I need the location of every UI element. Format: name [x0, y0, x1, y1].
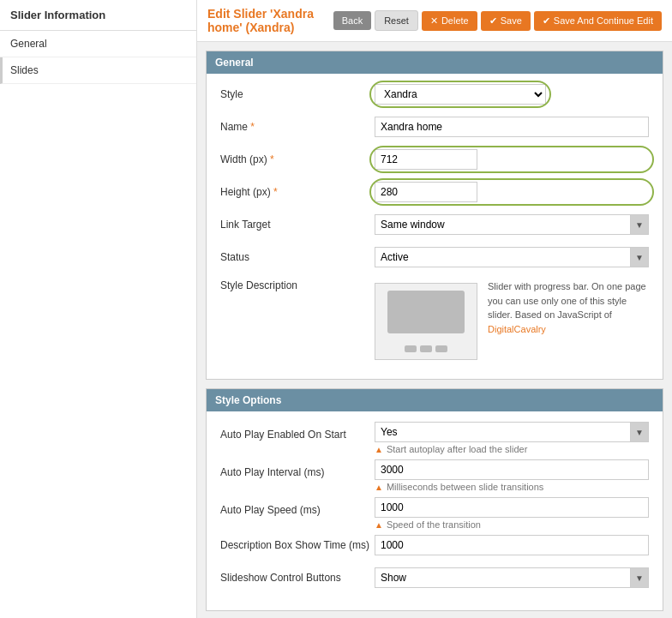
style-options-panel: Style Options Auto Play Enabled On Start… [206, 388, 663, 611]
height-circled [375, 182, 649, 202]
interval-row: Auto Play Interval (ms) ▲ Milliseconds b… [220, 459, 649, 492]
name-required: * [250, 121, 255, 133]
height-input[interactable] [375, 182, 477, 202]
interval-hint: ▲ Milliseconds between slide transitions [375, 482, 543, 492]
save-continue-button[interactable]: ✔ Save And Continue Edit [534, 11, 662, 31]
link-target-control: Same window New window ▼ [375, 214, 649, 235]
status-select[interactable]: Active Inactive [375, 247, 649, 267]
style-options-header: Style Options [207, 389, 663, 411]
save-button[interactable]: ✔ Save [481, 11, 531, 31]
desc-box-input[interactable] [375, 535, 649, 555]
slideshow-control: Show Hide ▼ [375, 567, 649, 588]
preview-dot-1 [405, 345, 417, 352]
style-desc-content: Slider with progress bar. On one page yo… [488, 279, 649, 360]
interval-label: Auto Play Interval (ms) [220, 462, 375, 478]
link-target-row: Link Target Same window New window ▼ [220, 214, 649, 238]
general-panel-header: General [207, 51, 663, 74]
delete-button[interactable]: ✕ Delete [422, 11, 477, 31]
autoplay-hint-spacer [220, 442, 375, 454]
status-row: Status Active Inactive ▼ [220, 247, 649, 271]
speed-hint-row: ▲ Speed of the transition [220, 518, 481, 530]
width-input[interactable] [375, 149, 477, 170]
style-preview [375, 283, 477, 360]
autoplay-row: Auto Play Enabled On Start Yes No ▼ [220, 422, 649, 454]
sidebar-item-slides[interactable]: Slides [0, 57, 196, 84]
sidebar-item-general[interactable]: General [0, 31, 196, 57]
desc-box-control [375, 535, 649, 555]
hint-arrow-icon: ▲ [375, 445, 383, 454]
link-target-select-wrap: Same window New window ▼ [375, 214, 649, 235]
back-button[interactable]: Back [333, 11, 371, 30]
interval-hint-arrow: ▲ [375, 483, 383, 492]
style-desc-label: Style Description [220, 279, 375, 291]
speed-row: Auto Play Speed (ms) ▲ Speed of the tran… [220, 497, 649, 530]
name-input[interactable] [375, 117, 649, 137]
status-control: Active Inactive ▼ [375, 247, 649, 267]
general-panel-body: Style Xandra Name * [207, 74, 663, 379]
speed-hint-arrow: ▲ [375, 520, 383, 530]
autoplay-select[interactable]: Yes No [375, 422, 649, 442]
link-target-select[interactable]: Same window New window [375, 214, 649, 235]
toolbar: Back Reset ✕ Delete ✔ Save ✔ Save And Co… [333, 10, 662, 31]
sidebar: Slider Information General Slides [0, 0, 197, 618]
height-required: * [273, 186, 278, 198]
speed-control [375, 497, 649, 518]
slideshow-select-wrap: Show Hide ▼ [375, 567, 649, 588]
desc-box-label: Description Box Show Time (ms) [220, 535, 375, 551]
main-content: Edit Slider 'Xandra home' (Xandra) Back … [197, 0, 672, 618]
interval-input[interactable] [375, 459, 649, 480]
page-title: Edit Slider 'Xandra home' (Xandra) [207, 7, 327, 34]
interval-control [375, 459, 649, 480]
save-icon: ✔ [489, 15, 497, 27]
speed-row-inner: Auto Play Speed (ms) [220, 497, 649, 518]
slideshow-label: Slideshow Control Buttons [220, 567, 375, 584]
style-select[interactable]: Xandra [375, 84, 546, 105]
digital-cavalry-link[interactable]: DigitalCavalry [488, 324, 546, 334]
width-required: * [270, 153, 274, 165]
width-circled [375, 149, 649, 170]
general-panel: General Style Xandra [206, 51, 663, 380]
interval-row-inner: Auto Play Interval (ms) [220, 459, 649, 480]
autoplay-control: Yes No ▼ [375, 422, 649, 442]
speed-input[interactable] [375, 497, 649, 518]
style-label: Style [220, 84, 375, 100]
style-row: Style Xandra [220, 84, 649, 108]
style-control: Xandra [375, 84, 649, 105]
style-desc-row: Style Description [220, 279, 649, 360]
name-label: Name * [220, 117, 375, 133]
autoplay-label: Auto Play Enabled On Start [220, 424, 375, 441]
preview-image [387, 291, 465, 333]
style-select-wrap: Xandra [375, 84, 546, 105]
link-target-label: Link Target [220, 214, 375, 231]
width-control [375, 149, 649, 170]
autoplay-row-inner: Auto Play Enabled On Start Yes No ▼ [220, 422, 649, 442]
preview-dot-3 [435, 345, 447, 352]
speed-hint-spacer [220, 518, 375, 530]
name-control [375, 117, 649, 137]
speed-label: Auto Play Speed (ms) [220, 500, 375, 516]
slideshow-select[interactable]: Show Hide [375, 567, 649, 588]
status-label: Status [220, 247, 375, 263]
interval-hint-row: ▲ Milliseconds between slide transitions [220, 480, 543, 492]
autoplay-hint-row: ▲ Start autoplay after load the slider [220, 442, 527, 454]
interval-hint-spacer [220, 480, 375, 492]
preview-dots [405, 345, 447, 352]
slideshow-row: Slideshow Control Buttons Show Hide ▼ [220, 567, 649, 591]
height-row: Height (px) * [220, 182, 649, 206]
preview-dot-2 [420, 345, 432, 352]
autoplay-select-wrap: Yes No ▼ [375, 422, 649, 442]
page-header: Edit Slider 'Xandra home' (Xandra) Back … [197, 0, 672, 42]
delete-icon: ✕ [430, 15, 438, 27]
sidebar-title: Slider Information [0, 0, 196, 31]
status-select-wrap: Active Inactive ▼ [375, 247, 649, 267]
style-desc-wrap: Slider with progress bar. On one page yo… [375, 279, 649, 360]
width-row: Width (px) * [220, 149, 649, 173]
speed-hint: ▲ Speed of the transition [375, 519, 481, 530]
width-label: Width (px) * [220, 149, 375, 165]
desc-box-row: Description Box Show Time (ms) [220, 535, 649, 559]
reset-button[interactable]: Reset [375, 10, 418, 31]
save-continue-icon: ✔ [543, 15, 550, 27]
height-control [375, 182, 649, 202]
name-row: Name * [220, 117, 649, 141]
style-options-body: Auto Play Enabled On Start Yes No ▼ [207, 411, 663, 610]
